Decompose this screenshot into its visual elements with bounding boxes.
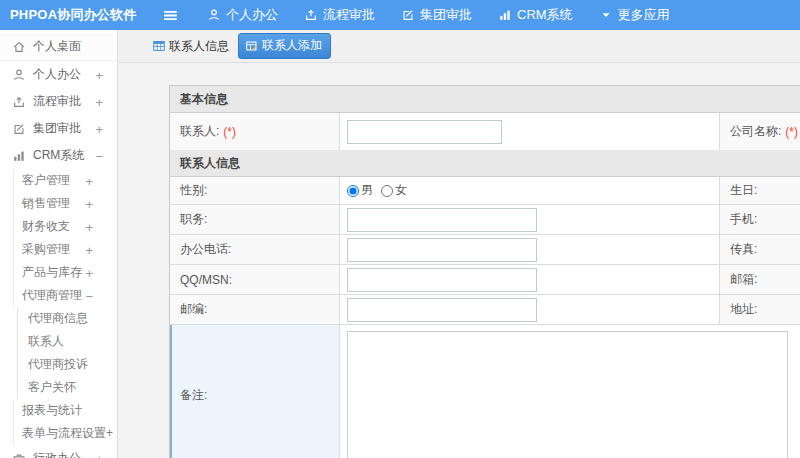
topbar-menu: 个人办公流程审批集团审批CRM系统更多应用 [207,0,670,30]
topbar-menu-item-0[interactable]: 个人办公 [207,6,278,24]
tab-contact-list[interactable]: 联系人信息 [152,38,229,55]
sidebar-item-6[interactable]: 销售管理+ [13,192,117,215]
home-icon [12,40,26,54]
sidebar-item-label: 采购管理 [22,241,70,258]
expand-plus-icon[interactable]: + [95,451,103,458]
sidebar: 个人桌面个人办公+流程审批+集团审批+CRM系统−客户管理+销售管理+财务收支+… [0,30,118,458]
tab-contact-add[interactable]: 联系人添加 [238,33,331,59]
hamburger-icon[interactable] [162,7,179,24]
field-label-cell: 办公电话: [170,235,340,264]
text-input[interactable] [347,238,537,262]
radio-input[interactable] [381,185,393,197]
radio-input[interactable] [347,185,359,197]
topbar-menu-item-1[interactable]: 流程审批 [304,6,375,24]
sidebar-item-0[interactable]: 个人桌面 [0,33,117,61]
upload-icon [12,95,26,109]
chart-icon [12,149,26,163]
right-field-label-cell: 公司名称:(*) [720,113,800,150]
sidebar-item-2[interactable]: 流程审批+ [0,88,117,115]
form-row: 办公电话:传真: [170,235,800,265]
table-add-icon [245,39,259,53]
field-input-cell [340,325,800,458]
tab-bar: 联系人信息 联系人添加 [119,30,800,63]
expand-plus-icon[interactable]: + [85,242,93,257]
form-row: 备注: [170,325,800,458]
expand-plus-icon[interactable]: + [95,94,103,109]
sidebar-item-7[interactable]: 财务收支+ [13,215,117,238]
collapse-minus-icon[interactable]: − [85,288,93,303]
sidebar-item-12[interactable]: 联系人 [17,330,117,353]
section-header: 基本信息 [170,86,800,113]
text-input[interactable] [347,268,537,292]
sidebar-item-label: 联系人 [28,333,64,350]
radio-label: 男 [361,182,373,199]
sidebar-item-label: 流程审批 [33,93,81,110]
topbar-menu-item-4[interactable]: 更多应用 [599,6,670,24]
edit-icon [12,122,26,136]
sidebar-item-10[interactable]: 代理商管理− [13,284,117,307]
field-input-cell: 男女 [340,177,720,204]
field-label-cell: 备注: [170,325,340,458]
expand-plus-icon[interactable]: + [85,196,93,211]
topbar: PHPOA协同办公软件 个人办公流程审批集团审批CRM系统更多应用 [0,0,800,30]
right-field-label-cell: 手机: [720,205,800,234]
sidebar-item-label: 集团审批 [33,120,81,137]
topbar-menu-item-3[interactable]: CRM系统 [498,6,573,24]
field-input-cell [340,235,720,264]
sidebar-item-1[interactable]: 个人办公+ [0,61,117,88]
sidebar-item-8[interactable]: 采购管理+ [13,238,117,261]
expand-plus-icon[interactable]: + [95,67,103,82]
sidebar-item-15[interactable]: 报表与统计 [13,399,117,422]
field-label: 性别: [180,182,207,199]
radio-label: 女 [395,182,407,199]
field-label-cell: 邮编: [170,295,340,324]
required-marker: (*) [785,125,798,139]
contact-add-form: 基本信息联系人:(*)公司名称:(*)联系人信息性别:男女生日:职务:手机:办公… [169,85,800,458]
menu-label: 个人办公 [226,6,278,24]
menu-label: 更多应用 [618,6,670,24]
text-input[interactable] [347,208,537,232]
sidebar-item-9[interactable]: 产品与库存+ [13,261,117,284]
text-input[interactable] [347,298,537,322]
expand-plus-icon[interactable]: + [85,219,93,234]
form-row: 邮编:地址: [170,295,800,325]
right-field-label-cell: 地址: [720,295,800,324]
sidebar-item-label: 个人办公 [33,66,81,83]
gender-option-0[interactable]: 男 [347,182,373,199]
sidebar-item-label: 代理商管理 [22,287,82,304]
field-label-cell: 性别: [170,177,340,204]
section-header: 联系人信息 [170,150,800,177]
sidebar-item-13[interactable]: 代理商投诉 [17,353,117,376]
sidebar-item-4[interactable]: CRM系统− [0,142,117,169]
text-input[interactable] [347,120,502,144]
sidebar-item-5[interactable]: 客户管理+ [13,169,117,192]
field-label: 公司名称: [730,123,781,140]
sidebar-item-label: 报表与统计 [22,402,82,419]
field-label: 手机: [730,211,757,228]
remarks-textarea[interactable] [347,331,788,458]
sidebar-item-3[interactable]: 集团审批+ [0,115,117,142]
sidebar-item-16[interactable]: 表单与流程设置+ [13,422,117,445]
field-label: 备注: [180,387,207,404]
form-row: 职务:手机: [170,205,800,235]
expand-plus-icon[interactable]: + [85,173,93,188]
field-input-cell [340,205,720,234]
field-label: 职务: [180,211,207,228]
expand-plus-icon[interactable]: + [95,121,103,136]
sidebar-item-11[interactable]: 代理商信息 [17,307,117,330]
gender-option-1[interactable]: 女 [375,182,407,199]
sidebar-item-label: 个人桌面 [33,38,81,55]
right-field-label-cell: 生日: [720,177,800,204]
form-row: 联系人:(*)公司名称:(*) [170,113,800,150]
collapse-minus-icon[interactable]: − [95,148,103,163]
caret-down-icon [599,8,613,22]
expand-plus-icon[interactable]: + [85,265,93,280]
field-label: 生日: [730,182,757,199]
sidebar-item-label: 客户管理 [22,172,70,189]
content-area: 联系人信息 联系人添加 基本信息联系人:(*)公司名称:(*)联系人信息性别:男… [119,30,800,458]
briefcase-icon [12,452,26,458]
sidebar-item-14[interactable]: 客户关怀 [17,376,117,399]
sidebar-item-17[interactable]: 行政办公+ [0,445,117,458]
topbar-menu-item-2[interactable]: 集团审批 [401,6,472,24]
sidebar-item-label: 销售管理 [22,195,70,212]
